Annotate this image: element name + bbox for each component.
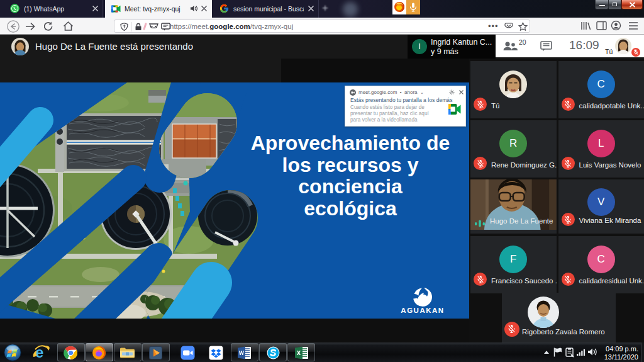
- svg-text:Aprovechamiento de: Aprovechamiento de: [251, 132, 450, 154]
- svg-text:AGUAKAN: AGUAKAN: [401, 307, 444, 314]
- svg-text:los recursos y: los recursos y: [282, 154, 419, 176]
- svg-text:ecológica: ecológica: [304, 197, 397, 220]
- svg-text:conciencia: conciencia: [298, 175, 402, 198]
